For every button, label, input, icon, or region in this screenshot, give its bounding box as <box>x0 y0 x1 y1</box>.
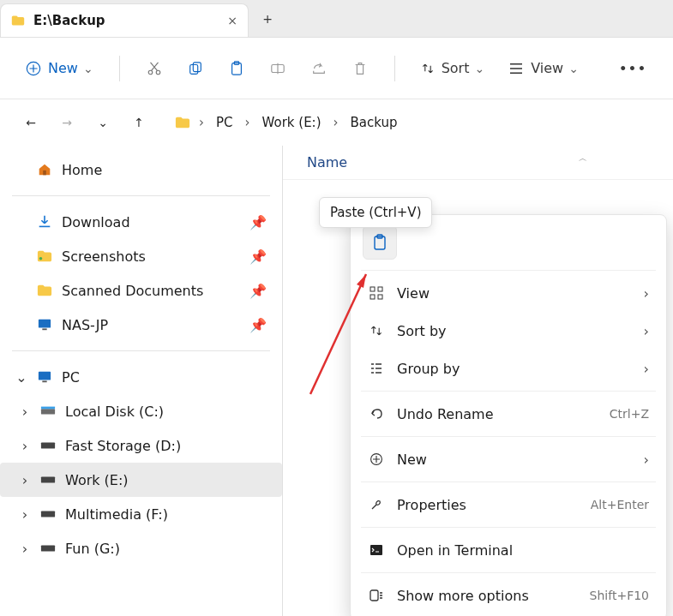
chevron-right-icon: › <box>245 115 250 130</box>
up-button[interactable]: ↑ <box>123 107 154 138</box>
context-new[interactable]: New › <box>356 440 661 478</box>
sidebar-item-label: Screenshots <box>62 248 241 265</box>
new-tab-button[interactable]: + <box>249 0 286 37</box>
shortcut: Alt+Enter <box>591 498 649 511</box>
svg-rect-24 <box>370 295 375 299</box>
sort-icon <box>421 62 435 75</box>
separator <box>361 270 656 271</box>
sidebar-download[interactable]: › Download 📌 <box>0 205 282 239</box>
separator <box>119 56 120 81</box>
svg-rect-15 <box>41 407 55 410</box>
context-group-by[interactable]: Group by › <box>356 350 661 387</box>
label: Group by <box>397 361 632 377</box>
recent-button[interactable]: ⌄ <box>87 107 118 138</box>
forward-button[interactable]: → <box>51 107 82 138</box>
column-header[interactable]: Name ︿ <box>283 146 673 180</box>
plus-circle-icon <box>368 452 385 466</box>
breadcrumb[interactable]: › PC › Work (E:) › Backup <box>175 111 401 134</box>
chevron-right-icon: › <box>19 438 31 454</box>
back-button[interactable]: ← <box>15 107 46 138</box>
sidebar: › Home › Download 📌 › Screenshots 📌 › Sc… <box>0 146 283 616</box>
share-icon <box>311 61 327 76</box>
tab-bar: E:\Backup × + <box>0 0 673 38</box>
separator <box>12 350 270 351</box>
cut-button[interactable] <box>137 53 171 84</box>
svg-rect-28 <box>370 590 378 601</box>
sidebar-drive-c[interactable]: › Local Disk (C:) <box>0 394 282 428</box>
sidebar-drive-d[interactable]: › Fast Storage (D:) <box>0 428 282 463</box>
delete-button[interactable] <box>343 53 377 84</box>
label: Open in Terminal <box>397 542 649 559</box>
plus-circle-icon <box>26 61 41 76</box>
sidebar-drive-g[interactable]: › Fun (G:) <box>0 531 282 565</box>
svg-rect-16 <box>41 442 55 448</box>
breadcrumb-backup[interactable]: Backup <box>347 111 401 134</box>
drive-icon <box>39 404 57 419</box>
context-sort-by[interactable]: Sort by › <box>356 312 661 350</box>
svg-rect-19 <box>41 545 55 551</box>
sidebar-screenshots[interactable]: › Screenshots 📌 <box>0 239 282 273</box>
drive-icon <box>39 438 57 453</box>
folder-icon <box>36 283 53 298</box>
shortcut: Ctrl+Z <box>610 407 649 421</box>
context-paste-button[interactable] <box>363 225 397 260</box>
new-label: New <box>48 60 78 76</box>
monitor-icon <box>36 369 53 385</box>
label: View <box>397 285 632 302</box>
copy-button[interactable] <box>178 53 213 84</box>
chevron-down-icon: ⌄ <box>474 62 484 75</box>
terminal-icon <box>368 544 385 556</box>
chevron-right-icon: › <box>19 541 31 557</box>
grid-icon <box>368 286 385 300</box>
sidebar-drive-f[interactable]: › Multimedia (F:) <box>0 497 282 531</box>
breadcrumb-pc[interactable]: PC <box>213 111 237 134</box>
context-menu: View › Sort by › Group by › Undo Rename … <box>350 214 667 616</box>
separator <box>361 436 656 437</box>
chevron-down-icon: ⌄ <box>83 62 93 75</box>
more-options-icon <box>368 589 385 602</box>
sidebar-pc[interactable]: ⌄ PC <box>0 360 282 394</box>
svg-rect-18 <box>41 511 55 517</box>
sidebar-drive-e[interactable]: › Work (E:) <box>0 463 282 497</box>
sort-button[interactable]: Sort ⌄ <box>412 53 494 84</box>
svg-rect-13 <box>42 380 46 382</box>
chevron-down-icon: ⌄ <box>568 62 579 75</box>
drive-icon <box>39 506 57 522</box>
tab-current[interactable]: E:\Backup × <box>0 3 249 37</box>
breadcrumb-work[interactable]: Work (E:) <box>259 111 325 134</box>
nav-bar: ← → ⌄ ↑ › PC › Work (E:) › Backup <box>0 99 673 146</box>
sidebar-home[interactable]: › Home <box>0 153 282 187</box>
svg-rect-12 <box>39 372 51 380</box>
paste-button[interactable] <box>219 53 254 84</box>
undo-icon <box>368 407 385 421</box>
svg-rect-22 <box>370 287 375 291</box>
new-button[interactable]: New ⌄ <box>17 53 102 84</box>
folder-icon <box>11 15 25 27</box>
context-undo[interactable]: Undo Rename Ctrl+Z <box>356 395 661 433</box>
context-view[interactable]: View › <box>356 274 661 312</box>
view-button[interactable]: View ⌄ <box>500 53 587 84</box>
context-more-options[interactable]: Show more options Shift+F10 <box>356 577 661 614</box>
sidebar-nas[interactable]: › NAS-JP 📌 <box>0 308 282 342</box>
share-button[interactable] <box>302 53 336 84</box>
chevron-right-icon: › <box>19 472 31 488</box>
sidebar-item-label: Local Disk (C:) <box>65 404 267 420</box>
tab-close-button[interactable]: × <box>227 14 237 27</box>
more-button[interactable]: ••• <box>610 53 656 84</box>
sidebar-item-label: Fun (G:) <box>65 541 267 557</box>
chevron-right-icon: › <box>644 285 649 302</box>
clipboard-icon <box>371 234 388 251</box>
wrench-icon <box>368 498 385 511</box>
label: Undo Rename <box>397 406 598 422</box>
rename-button[interactable] <box>261 53 295 84</box>
context-terminal[interactable]: Open in Terminal <box>356 531 661 569</box>
copy-icon <box>188 61 203 76</box>
context-properties[interactable]: Properties Alt+Enter <box>356 486 661 523</box>
separator <box>361 391 656 392</box>
shortcut: Shift+F10 <box>590 589 649 602</box>
pin-icon: 📌 <box>249 283 267 299</box>
separator <box>394 56 395 81</box>
separator <box>361 572 656 573</box>
tab-title: E:\Backup <box>33 13 219 28</box>
sidebar-scanned[interactable]: › Scanned Documents 📌 <box>0 273 282 308</box>
